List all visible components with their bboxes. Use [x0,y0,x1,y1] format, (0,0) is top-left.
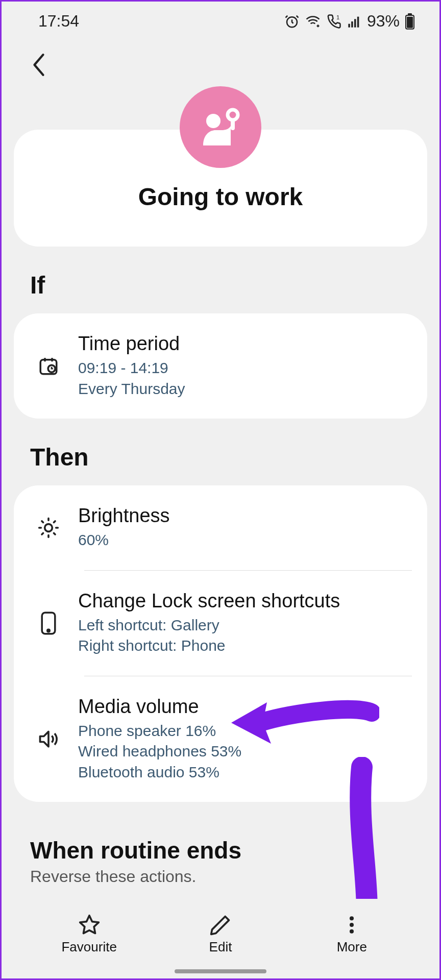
if-row-sub: 09:19 - 14:19 Every Thursday [78,358,412,399]
routine-header-card: Going to work [14,130,427,247]
back-button[interactable] [2,41,439,84]
svg-point-31 [350,929,354,933]
status-time: 17:54 [38,12,79,31]
svg-point-24 [47,629,50,631]
bottom-more[interactable]: More [286,914,418,955]
svg-point-10 [228,110,238,120]
then-lock-title: Change Lock screen shortcuts [78,590,412,612]
nav-indicator [175,969,266,973]
then-volume-sub: Phone speaker 16% Wired headphones 53% B… [78,721,412,783]
if-row-title: Time period [78,333,412,355]
then-row-brightness[interactable]: Brightness 60% [14,485,427,570]
pencil-icon [209,914,232,936]
svg-rect-5 [357,16,359,27]
svg-line-17 [42,521,43,523]
calendar-clock-icon [38,355,59,377]
svg-line-22 [54,521,55,523]
then-volume-title: Media volume [78,696,412,718]
svg-text:1: 1 [336,14,339,20]
battery-text: 93% [367,12,400,31]
bottom-edit-label: Edit [209,939,232,955]
svg-rect-4 [354,19,356,27]
signal-icon [347,14,362,29]
routine-title: Going to work [14,183,427,211]
volume-icon [37,728,60,750]
then-row-media-volume[interactable]: Media volume Phone speaker 16% Wired hea… [14,676,427,802]
then-card: Brightness 60% Change Lock screen shortc… [14,485,427,802]
bottom-more-label: More [337,939,367,955]
bottom-favourite[interactable]: Favourite [23,914,155,955]
bottom-favourite-label: Favourite [61,939,116,955]
status-bar: 17:54 1 93% [2,2,439,41]
bottom-edit[interactable]: Edit [155,914,286,955]
star-icon [78,914,101,936]
svg-marker-28 [80,915,99,933]
svg-point-9 [206,114,220,128]
svg-point-29 [350,916,354,920]
then-lock-sub: Left shortcut: Gallery Right shortcut: P… [78,615,412,656]
chevron-left-icon [30,51,47,79]
status-right: 1 93% [284,12,415,31]
svg-rect-3 [351,21,353,28]
brightness-icon [37,517,60,539]
svg-rect-11 [231,119,235,130]
more-vertical-icon [340,914,363,936]
svg-point-30 [350,922,354,926]
svg-marker-25 [40,731,49,746]
then-brightness-sub: 60% [78,530,412,551]
if-card: Time period 09:19 - 14:19 Every Thursday [14,313,427,419]
alarm-icon [284,14,300,29]
svg-line-18 [54,533,55,534]
svg-rect-2 [348,23,350,27]
if-row-time-period[interactable]: Time period 09:19 - 14:19 Every Thursday [14,313,427,419]
routine-ends-sub: Reverse these actions. [2,867,439,891]
wifi-icon [305,14,321,29]
call-icon: 1 [326,14,341,29]
section-then-label: Then [2,419,439,485]
commute-person-icon [195,102,246,153]
then-brightness-title: Brightness [78,505,412,527]
routine-ends-heading: When routine ends [2,802,439,867]
battery-icon [405,13,415,30]
section-if-label: If [2,247,439,313]
bottom-bar: Favourite Edit More [3,899,438,978]
phone-device-icon [38,611,59,635]
then-row-lock-shortcuts[interactable]: Change Lock screen shortcuts Left shortc… [14,571,427,676]
routine-icon [180,86,261,168]
svg-rect-8 [407,16,413,28]
svg-line-21 [42,533,43,534]
svg-point-14 [45,524,53,531]
